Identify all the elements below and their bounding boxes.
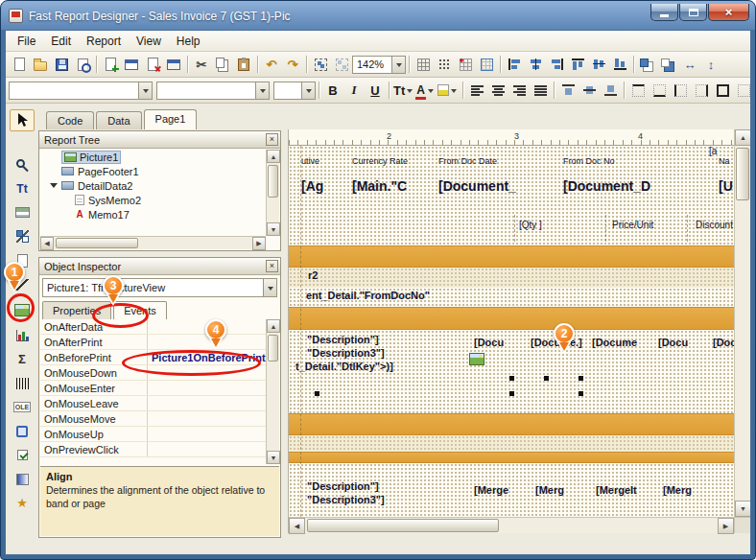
tab-page1[interactable]: Page1	[144, 109, 198, 129]
selection-handle[interactable]	[579, 376, 583, 381]
selection-handle[interactable]	[509, 391, 514, 396]
shape-tool-button[interactable]	[10, 420, 35, 442]
group-button[interactable]	[310, 54, 331, 75]
field-object[interactable]: [Document_D	[563, 178, 650, 194]
paste-button[interactable]	[233, 54, 254, 75]
chevron-down-icon[interactable]	[449, 81, 459, 100]
memo-object[interactable]: "Description"]	[307, 334, 379, 345]
event-value[interactable]	[148, 442, 266, 456]
fit-to-grid-button[interactable]	[476, 54, 497, 75]
chevron-down-icon[interactable]	[50, 183, 58, 192]
selection-handle[interactable]	[544, 376, 549, 381]
scrollbar-thumb[interactable]	[56, 238, 138, 248]
font-size-combobox[interactable]	[273, 82, 316, 100]
report-band[interactable]	[289, 413, 734, 435]
field-object[interactable]: [Ag	[301, 178, 323, 194]
italic-button[interactable]: I	[343, 80, 365, 101]
align-lefts-button[interactable]	[504, 54, 525, 75]
tree-item-detaildata2[interactable]: DetailData2	[40, 178, 266, 193]
field-object[interactable]: [Docu	[658, 337, 688, 348]
event-value[interactable]	[148, 396, 266, 410]
frame-all-button[interactable]	[712, 80, 733, 101]
valign-top-button[interactable]	[557, 80, 579, 101]
event-row[interactable]: OnMouseLeave	[40, 396, 266, 411]
frame-top-button[interactable]	[627, 80, 649, 101]
tree-item-picture1[interactable]: Picture1	[40, 150, 266, 164]
field-object[interactable]: [Docume	[592, 337, 637, 348]
tab-code[interactable]: Code	[46, 111, 94, 129]
same-height-button[interactable]: ↕	[700, 54, 721, 75]
scroll-right-icon[interactable]: ▶	[252, 237, 266, 250]
frame-bottom-button[interactable]	[649, 80, 670, 101]
bring-to-front-button[interactable]	[637, 54, 658, 75]
memo-object[interactable]: [a	[709, 146, 717, 156]
chevron-down-icon[interactable]	[255, 82, 269, 99]
scrollbar-thumb[interactable]	[268, 165, 278, 198]
scrollbar-thumb[interactable]	[736, 148, 749, 200]
page-settings-button[interactable]	[163, 54, 184, 75]
memo-object[interactable]: From Doc No	[563, 156, 615, 166]
memo-object[interactable]: [Qty ]	[519, 220, 542, 230]
frame-left-button[interactable]	[670, 80, 691, 101]
memo-object[interactable]: "Description3"]	[307, 347, 385, 359]
grid-dots-button[interactable]	[434, 54, 455, 75]
memo-object[interactable]: "Description3"]	[307, 494, 385, 505]
close-button[interactable]: ×	[708, 4, 749, 21]
same-width-button[interactable]: ↔	[679, 54, 700, 75]
report-tree-hscrollbar[interactable]: ◀ ▶	[40, 236, 266, 249]
menu-report[interactable]: Report	[79, 33, 129, 50]
event-row[interactable]: OnAfterPrint	[40, 335, 266, 350]
bold-button[interactable]: B	[322, 80, 343, 101]
text-tool-button[interactable]: Tt	[10, 177, 35, 199]
field-object[interactable]: [U	[719, 178, 733, 194]
underline-button[interactable]: U	[365, 80, 386, 101]
memo-object[interactable]: r2	[308, 269, 318, 281]
event-row[interactable]: OnMouseMove	[40, 411, 266, 427]
text-style-button[interactable]: Tt	[392, 80, 415, 101]
open-button[interactable]	[30, 54, 51, 75]
snap-to-grid-button[interactable]	[455, 54, 476, 75]
font-combobox[interactable]	[156, 82, 270, 100]
delete-page-button[interactable]	[142, 54, 163, 75]
scroll-up-icon[interactable]: ▲	[735, 129, 751, 146]
design-hscrollbar[interactable]: ◀ ▶	[289, 517, 734, 533]
scroll-up-icon[interactable]: ▲	[267, 150, 280, 163]
redo-button[interactable]: ↷	[282, 54, 303, 75]
tree-item-memo17[interactable]: AMemo17	[40, 207, 266, 222]
selection-handle[interactable]	[509, 376, 514, 381]
event-value[interactable]	[148, 381, 266, 395]
field-object[interactable]: [Merg	[535, 484, 564, 496]
memo-object[interactable]: From Doc Date	[438, 156, 497, 166]
valign-middle-button[interactable]	[579, 80, 600, 101]
copy-button[interactable]	[212, 54, 233, 75]
highlight-button[interactable]	[437, 80, 460, 101]
band-tool-button[interactable]	[10, 201, 35, 223]
chevron-down-icon[interactable]	[263, 279, 276, 296]
chevron-down-icon[interactable]	[405, 81, 414, 100]
align-tops-button[interactable]	[567, 54, 588, 75]
menu-view[interactable]: View	[129, 33, 169, 50]
scroll-down-icon[interactable]: ▼	[267, 451, 280, 464]
new-report-button[interactable]	[9, 54, 30, 75]
minimize-button[interactable]	[650, 4, 678, 21]
report-band[interactable]	[289, 307, 734, 330]
chevron-down-icon[interactable]	[391, 57, 405, 73]
event-row[interactable]: OnMouseEnter	[40, 381, 266, 396]
report-band[interactable]	[289, 452, 734, 463]
report-band[interactable]	[289, 245, 734, 268]
ole-tool-button[interactable]: OLE	[10, 396, 35, 418]
event-value[interactable]	[148, 335, 266, 349]
memo-object[interactable]: utive	[301, 156, 319, 166]
save-button[interactable]	[51, 54, 72, 75]
memo-object[interactable]: Price/Unit	[612, 220, 653, 230]
event-value[interactable]	[148, 427, 266, 441]
new-page-button[interactable]	[100, 54, 121, 75]
align-rights-button[interactable]	[546, 54, 567, 75]
frame-right-button[interactable]	[691, 80, 712, 101]
chevron-down-icon[interactable]	[301, 82, 315, 99]
field-object[interactable]: [Merg	[663, 484, 692, 496]
field-object[interactable]: [Main."C	[352, 178, 407, 194]
align-bottoms-button[interactable]	[609, 54, 630, 75]
zoom-combobox[interactable]: 142%	[352, 56, 406, 74]
event-row[interactable]: OnAfterData	[40, 319, 266, 335]
